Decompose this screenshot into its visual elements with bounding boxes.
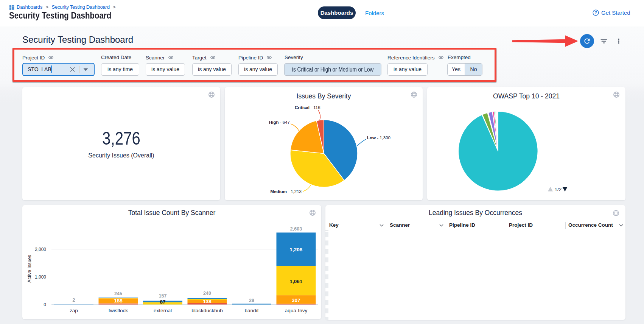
svg-text:Low - 1,300: Low - 1,300: [367, 136, 390, 140]
svg-text:1,000: 1,000: [35, 274, 46, 280]
svg-text:1,208: 1,208: [290, 247, 303, 252]
svg-text:2,000: 2,000: [35, 247, 46, 252]
svg-text:blackduckhub: blackduckhub: [191, 308, 223, 313]
svg-text:?: ?: [594, 10, 597, 15]
svg-text:2: 2: [73, 298, 75, 303]
svg-text:240: 240: [203, 291, 211, 296]
svg-text:bandit: bandit: [245, 308, 259, 313]
svg-text:0: 0: [44, 302, 46, 307]
svg-text:High - 647: High - 647: [269, 120, 290, 125]
svg-text:157: 157: [159, 293, 167, 299]
svg-text:2,603: 2,603: [290, 226, 302, 232]
svg-text:138: 138: [203, 299, 212, 304]
svg-text:Medium - 1,213: Medium - 1,213: [271, 189, 302, 194]
svg-text:1/2: 1/2: [555, 187, 562, 192]
svg-text:307: 307: [292, 298, 300, 303]
svg-text:Active Issues: Active Issues: [27, 255, 32, 283]
svg-text:188: 188: [114, 298, 123, 304]
svg-text:aqua-trivy: aqua-trivy: [285, 308, 308, 313]
svg-text:twistlock: twistlock: [109, 308, 128, 313]
svg-text:external: external: [154, 308, 172, 313]
svg-text:1,061: 1,061: [290, 279, 303, 284]
svg-text:29: 29: [249, 298, 254, 303]
svg-text:zap: zap: [70, 308, 78, 313]
svg-text:87: 87: [160, 299, 165, 305]
svg-text:Critical - 116: Critical - 116: [295, 105, 320, 110]
svg-text:245: 245: [114, 291, 122, 296]
